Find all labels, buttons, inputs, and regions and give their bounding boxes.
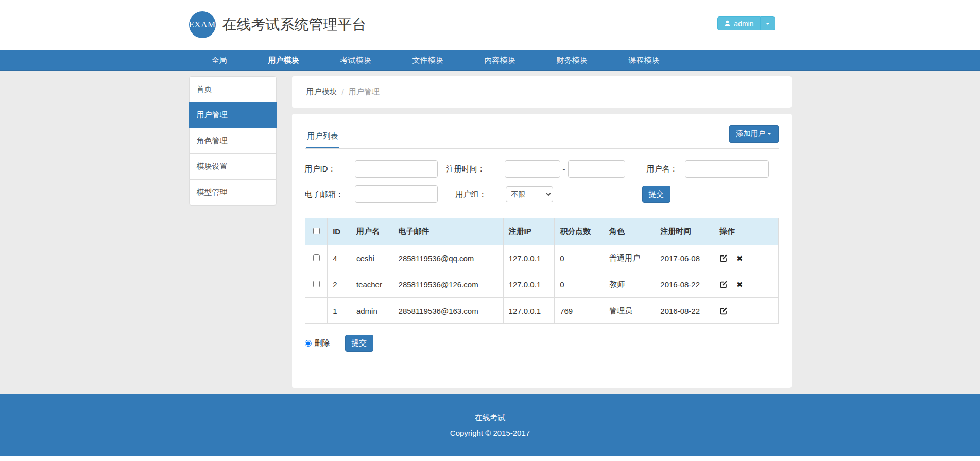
sidebar-item-role-management[interactable]: 角色管理	[189, 128, 277, 154]
cell-reg-ip: 127.0.0.1	[503, 298, 555, 324]
footer-copyright: Copyright © 2015-2017	[0, 429, 980, 437]
col-header-username: 用户名	[351, 218, 393, 245]
cell-points: 0	[555, 271, 604, 298]
nav-item-global[interactable]: 全局	[191, 50, 248, 71]
cell-role: 管理员	[604, 298, 655, 324]
tab-row: 用户列表 添加用户	[305, 128, 779, 149]
date-range-separator: -	[563, 165, 565, 174]
page-title: 在线考试系统管理平台	[222, 15, 367, 35]
table-row: 4 ceshi 2858119536@qq.com 127.0.0.1 0 普通…	[305, 245, 778, 271]
bottom-strip	[0, 456, 980, 461]
col-header-reg-ip: 注册IP	[503, 218, 555, 245]
row-checkbox[interactable]	[313, 281, 320, 287]
sidebar-item-module-settings[interactable]: 模块设置	[189, 153, 277, 180]
user-table: ID 用户名 电子邮件 注册IP 积分点数 角色 注册时间 操作	[305, 218, 779, 324]
col-header-email: 电子邮件	[393, 218, 503, 245]
cell-reg-ip: 127.0.0.1	[503, 245, 555, 271]
reg-time-start-input[interactable]	[505, 160, 560, 178]
logo-text: EXAM	[188, 20, 215, 30]
cell-username: admin	[351, 298, 393, 324]
nav-item-finance-module[interactable]: 财务模块	[536, 50, 608, 71]
top-navbar: 全局 用户模块 考试模块 文件模块 内容模块 财务模块 课程模块	[0, 50, 980, 71]
nav-item-user-module[interactable]: 用户模块	[248, 50, 320, 71]
nav-item-content-module[interactable]: 内容模块	[464, 50, 536, 71]
email-label: 电子邮箱：	[305, 190, 355, 199]
cell-role: 普通用户	[604, 245, 655, 271]
cell-reg-ip: 127.0.0.1	[503, 271, 555, 298]
sidebar-item-home[interactable]: 首页	[189, 76, 277, 103]
cell-email: 2858119536@qq.com	[393, 245, 503, 271]
select-all-checkbox[interactable]	[313, 228, 320, 234]
table-row: 2 teacher 2858119536@126.com 127.0.0.1 0…	[305, 271, 778, 298]
footer-site-name: 在线考试	[0, 413, 980, 423]
user-group-label: 用户组：	[456, 190, 506, 199]
user-list-panel: 用户列表 添加用户 用户ID： 注册时间： - 用户名：	[292, 114, 792, 388]
cell-id: 2	[328, 271, 351, 298]
user-button-label: admin	[734, 20, 753, 28]
breadcrumb-separator: /	[342, 88, 344, 96]
nav-item-exam-module[interactable]: 考试模块	[320, 50, 392, 71]
caret-down-icon	[766, 23, 770, 25]
col-header-reg-time: 注册时间	[655, 218, 714, 245]
col-header-points: 积分点数	[555, 218, 604, 245]
search-form-row-1: 用户ID： 注册时间： - 用户名：	[305, 160, 779, 178]
search-form-row-2: 电子邮箱： 用户组： 不限 提交	[305, 185, 779, 203]
row-checkbox[interactable]	[313, 254, 320, 261]
edit-icon[interactable]	[719, 280, 728, 288]
col-header-id: ID	[328, 218, 351, 245]
delete-radio-label: 删除	[315, 338, 330, 348]
sidebar-item-model-management[interactable]: 模型管理	[189, 179, 277, 206]
user-id-label: 用户ID：	[305, 164, 355, 174]
table-row: 1 admin 2858119536@163.com 127.0.0.1 769…	[305, 298, 778, 324]
email-input[interactable]	[355, 185, 438, 203]
cell-email: 2858119536@163.com	[393, 298, 503, 324]
cell-reg-time: 2016-08-22	[655, 298, 714, 324]
app-header: EXAM 在线考试系统管理平台 admin	[0, 0, 980, 50]
breadcrumb-module[interactable]: 用户模块	[306, 87, 337, 97]
batch-action-row: 删除 提交	[305, 335, 779, 352]
user-button[interactable]: admin	[717, 16, 760, 30]
table-header-row: ID 用户名 电子邮件 注册IP 积分点数 角色 注册时间 操作	[305, 218, 778, 245]
delete-icon[interactable]: ✖	[736, 254, 743, 262]
col-header-actions: 操作	[714, 218, 778, 245]
cell-role: 教师	[604, 271, 655, 298]
reg-time-end-input[interactable]	[568, 160, 625, 178]
delete-icon[interactable]: ✖	[736, 281, 743, 288]
cell-id: 1	[328, 298, 351, 324]
exam-logo: EXAM	[189, 11, 216, 38]
edit-icon[interactable]	[719, 254, 728, 262]
reg-time-label: 注册时间：	[446, 164, 505, 174]
tab-user-list[interactable]: 用户列表	[306, 131, 339, 148]
content-area: 首页 用户管理 角色管理 模块设置 模型管理 用户模块 / 用户管理 用户列表 …	[0, 71, 980, 394]
sidebar: 首页 用户管理 角色管理 模块设置 模型管理	[189, 76, 277, 205]
breadcrumb-page: 用户管理	[349, 87, 380, 97]
user-group-select[interactable]: 不限	[506, 186, 553, 202]
search-submit-button[interactable]: 提交	[642, 186, 670, 203]
nav-items: 全局 用户模块 考试模块 文件模块 内容模块 财务模块 课程模块	[189, 50, 792, 71]
username-label: 用户名：	[647, 164, 685, 174]
cell-id: 4	[328, 245, 351, 271]
add-user-button-label: 添加用户	[736, 129, 765, 139]
cell-points: 769	[555, 298, 604, 324]
username-input[interactable]	[685, 160, 769, 178]
page-footer: 在线考试 Copyright © 2015-2017	[0, 394, 980, 456]
user-dropdown-toggle[interactable]	[761, 16, 775, 30]
cell-reg-time: 2017-06-08	[655, 245, 714, 271]
cell-points: 0	[555, 245, 604, 271]
delete-radio[interactable]	[305, 340, 312, 347]
cell-email: 2858119536@126.com	[393, 271, 503, 298]
edit-icon[interactable]	[719, 306, 728, 315]
sidebar-item-user-management[interactable]: 用户管理	[189, 102, 277, 128]
batch-submit-button[interactable]: 提交	[345, 335, 373, 352]
nav-item-course-module[interactable]: 课程模块	[608, 50, 680, 71]
cell-username: ceshi	[351, 245, 393, 271]
cell-reg-time: 2016-08-22	[655, 271, 714, 298]
brand: EXAM 在线考试系统管理平台	[189, 11, 367, 38]
user-id-input[interactable]	[355, 160, 438, 178]
col-header-role: 角色	[604, 218, 655, 245]
breadcrumb: 用户模块 / 用户管理	[292, 76, 792, 108]
user-icon	[724, 20, 731, 27]
nav-item-file-module[interactable]: 文件模块	[392, 50, 464, 71]
cell-username: teacher	[351, 271, 393, 298]
add-user-button[interactable]: 添加用户	[729, 125, 779, 143]
